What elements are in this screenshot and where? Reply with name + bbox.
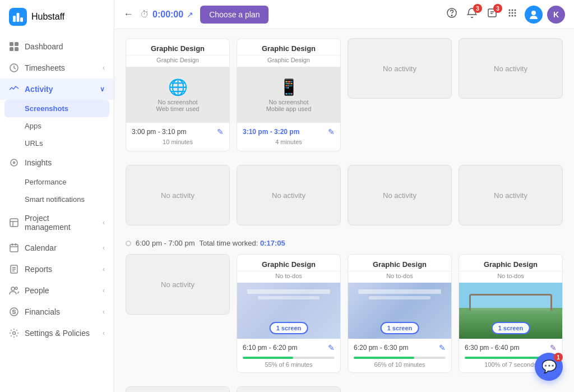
help-button[interactable] bbox=[444, 5, 460, 24]
sidebar-item-label: Project management bbox=[25, 214, 97, 232]
card-project-sub: Graphic Design bbox=[237, 56, 340, 67]
sidebar-item-insights[interactable]: Insights bbox=[0, 152, 114, 173]
sidebar-item-screenshots[interactable]: Screenshots bbox=[4, 100, 109, 117]
activity-icon bbox=[9, 84, 19, 94]
svg-point-32 bbox=[512, 10, 513, 11]
source-text: Mobile app used bbox=[266, 105, 312, 112]
sidebar-item-calendar[interactable]: Calendar ‹ bbox=[0, 237, 114, 259]
card-project-name: Graphic Design bbox=[459, 255, 562, 271]
sidebar-item-performance[interactable]: Performance bbox=[0, 173, 114, 191]
no-activity-card-5: No activity bbox=[459, 165, 563, 225]
edit-icon[interactable]: ✎ bbox=[439, 343, 446, 352]
no-activity-card-3: No activity bbox=[237, 165, 341, 225]
card-screenshot-area[interactable]: 🌐 No screenshot Web timer used bbox=[126, 67, 229, 123]
svg-rect-1 bbox=[13, 16, 16, 22]
card-project-sub: No to-dos bbox=[237, 271, 340, 283]
main-panel: ← ⏱ 0:00:00 ↗ Choose a plan 3 3 bbox=[114, 0, 574, 392]
no-activity-card-7: No activity bbox=[126, 386, 230, 392]
no-activity-card-0: No activity bbox=[348, 38, 452, 99]
sub-item-label: Screenshots bbox=[25, 104, 68, 113]
card-project-name: Graphic Design bbox=[237, 255, 340, 271]
no-screenshot-text: No screenshot bbox=[158, 99, 198, 105]
svg-point-36 bbox=[515, 12, 516, 14]
time-block-header: 6:00 pm - 7:00 pm Total time worked: 0:1… bbox=[126, 239, 563, 247]
sub-item-label: Performance bbox=[25, 178, 66, 186]
svg-point-39 bbox=[515, 15, 516, 17]
chevron-icon: ∨ bbox=[100, 85, 105, 93]
timer-expand-icon[interactable]: ↗ bbox=[187, 10, 193, 19]
svg-point-40 bbox=[531, 11, 536, 15]
edit-icon[interactable]: ✎ bbox=[550, 343, 557, 352]
card-project-name: Graphic Design bbox=[126, 39, 229, 56]
sidebar-item-apps[interactable]: Apps bbox=[0, 117, 114, 135]
progress-bar bbox=[237, 354, 340, 360]
calendar-icon bbox=[9, 243, 19, 253]
svg-point-22 bbox=[11, 287, 15, 290]
cards-grid-1: No activity No activity No activity No a… bbox=[126, 165, 563, 225]
updates-button[interactable]: 3 bbox=[484, 5, 500, 24]
card-duration: 10 minutes bbox=[126, 139, 229, 151]
no-screenshot-icon: 🌐 bbox=[168, 78, 188, 96]
no-activity-card-1: No activity bbox=[459, 38, 563, 99]
empty-card-1 bbox=[459, 386, 563, 392]
sidebar-item-activity[interactable]: Activity ∨ bbox=[0, 79, 114, 100]
no-activity-label: No activity bbox=[383, 191, 416, 200]
sidebar-item-timesheets[interactable]: Timesheets ‹ bbox=[0, 57, 114, 79]
sidebar-item-reports[interactable]: Reports ‹ bbox=[0, 259, 114, 280]
financials-icon bbox=[9, 307, 19, 317]
apps-grid-button[interactable] bbox=[504, 5, 520, 24]
edit-icon[interactable]: ✎ bbox=[217, 127, 224, 136]
insights-icon bbox=[9, 158, 19, 168]
sidebar-item-settings[interactable]: Settings & Policies ‹ bbox=[0, 322, 114, 344]
user-avatar-k[interactable]: K bbox=[547, 6, 565, 24]
card-time: 6:10 pm - 6:20 pm bbox=[243, 344, 297, 352]
svg-point-27 bbox=[451, 15, 452, 16]
chevron-icon: ‹ bbox=[103, 308, 105, 316]
total-time-value: 0:17:05 bbox=[260, 239, 285, 247]
svg-rect-2 bbox=[17, 13, 20, 22]
card-project-sub: No to-dos bbox=[459, 271, 562, 283]
sidebar-item-label: Financials bbox=[25, 307, 60, 316]
card-screenshot-area[interactable]: 1 screen bbox=[348, 283, 451, 339]
sidebar-item-smart-notifications[interactable]: Smart notifications bbox=[0, 191, 114, 208]
sidebar-item-dashboard[interactable]: Dashboard bbox=[0, 36, 114, 57]
sidebar-item-financials[interactable]: Financials ‹ bbox=[0, 301, 114, 322]
screen-count-badge: 1 screen bbox=[492, 322, 530, 334]
screen-count-badge: 1 screen bbox=[270, 322, 308, 334]
hubstaff-logo-icon bbox=[9, 8, 27, 26]
settings-icon bbox=[9, 328, 19, 338]
choose-plan-button[interactable]: Choose a plan bbox=[200, 6, 269, 24]
sidebar-item-urls[interactable]: URLs bbox=[0, 135, 114, 152]
card-screenshot-area[interactable]: 1 screen bbox=[237, 283, 340, 339]
card-screenshot-area[interactable]: 📱 No screenshot Mobile app used bbox=[237, 67, 340, 123]
card-screenshot-area[interactable]: 1 screen bbox=[459, 283, 562, 339]
sidebar-item-people[interactable]: People ‹ bbox=[0, 280, 114, 301]
svg-point-35 bbox=[512, 12, 513, 14]
logo[interactable]: Hubstaff bbox=[0, 0, 114, 34]
user-avatar-profile[interactable] bbox=[525, 6, 543, 24]
svg-rect-3 bbox=[20, 17, 23, 22]
back-button[interactable]: ← bbox=[123, 8, 133, 20]
sidebar-item-label: Settings & Policies bbox=[25, 329, 90, 338]
sub-item-label: Smart notifications bbox=[25, 195, 85, 204]
sidebar-item-project-management[interactable]: Project management ‹ bbox=[0, 208, 114, 237]
card-time-row: 3:00 pm - 3:10 pm ✎ bbox=[126, 123, 229, 139]
topbar: ← ⏱ 0:00:00 ↗ Choose a plan 3 3 bbox=[114, 0, 574, 29]
nav: Dashboard Timesheets ‹ Activity ∨ Screen… bbox=[0, 34, 114, 392]
sidebar-item-label: Calendar bbox=[25, 243, 57, 252]
cards-grid-0: Graphic Design Graphic Design 🌐 No scree… bbox=[126, 38, 563, 151]
svg-point-31 bbox=[509, 10, 511, 11]
logo-text: Hubstaff bbox=[31, 12, 64, 22]
thumbnail-card-1: Graphic Design No to-dos 1 screen 6:20 p… bbox=[348, 254, 452, 373]
no-activity-label: No activity bbox=[494, 191, 527, 200]
svg-point-33 bbox=[515, 10, 516, 11]
chat-icon: 💬 bbox=[541, 359, 557, 374]
sidebar-item-label: Insights bbox=[25, 158, 52, 167]
notifications-button[interactable]: 3 bbox=[464, 5, 480, 24]
cards-grid-2: No activity Graphic Design No to-dos 1 s… bbox=[126, 254, 563, 373]
edit-icon[interactable]: ✎ bbox=[328, 343, 335, 352]
edit-icon[interactable]: ✎ bbox=[328, 127, 335, 136]
sidebar-item-label: Timesheets bbox=[25, 63, 65, 72]
chat-bubble[interactable]: 💬 1 bbox=[535, 353, 563, 381]
svg-rect-14 bbox=[10, 245, 18, 252]
